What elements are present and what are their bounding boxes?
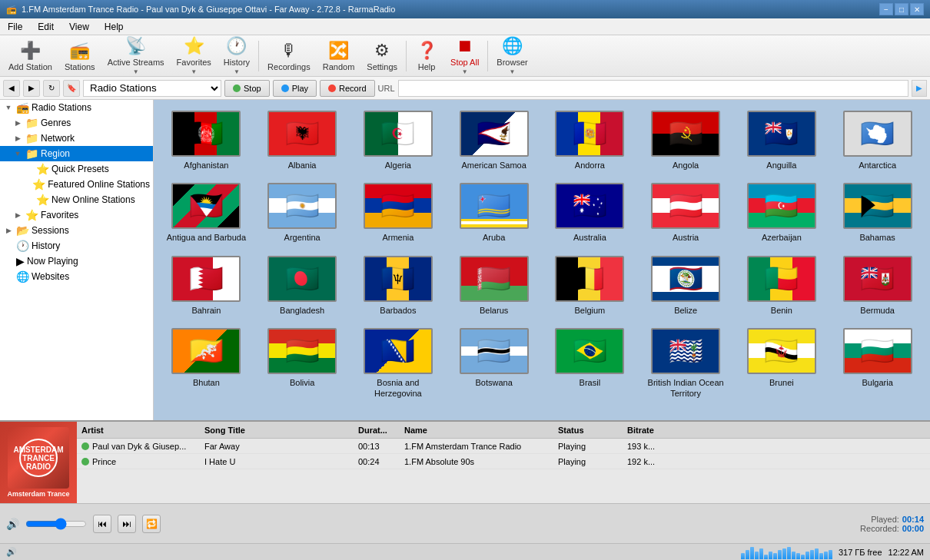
close-button[interactable]: ✕ (910, 3, 924, 15)
col-header-status: Status (553, 424, 623, 436)
sidebar-item-featured-online[interactable]: ⭐ Featured Online Stations (0, 177, 153, 192)
history-button[interactable]: 🕐 History ▼ (218, 38, 255, 75)
flag-image: 🇦🇩 (555, 111, 624, 157)
flag-image: 🇧🇲 (843, 256, 912, 302)
flag-label: Bosnia and Herzegovina (355, 377, 442, 399)
settings-button[interactable]: ⚙ Settings (361, 38, 403, 75)
flag-item-benin[interactable]: 🇧🇯Benin (736, 251, 829, 320)
help-button[interactable]: ❓ Help (410, 38, 443, 75)
play-button[interactable]: Play (273, 80, 317, 97)
add-station-button[interactable]: ➕ Add Station (3, 38, 58, 75)
flag-item-albania[interactable]: 🇦🇱Albania (256, 106, 349, 175)
flag-item-bulgaria[interactable]: 🇧🇬Bulgaria (831, 323, 924, 404)
col-header-artist: Artist (77, 424, 200, 436)
flag-label: Afghanistan (184, 160, 228, 171)
bookmark-button[interactable]: 🔖 (63, 80, 80, 97)
stations-button[interactable]: 📻 Stations (59, 38, 101, 75)
menu-file[interactable]: File (3, 20, 27, 34)
flag-item-azerbaijan[interactable]: 🇦🇿Azerbaijan (736, 178, 829, 247)
flag-item-afghanistan[interactable]: 🇦🇫Afghanistan (160, 106, 253, 175)
flag-item-andorra[interactable]: 🇦🇩Andorra (543, 106, 636, 175)
player-controls: 🔊 ⏮ ⏭ 🔁 Played: 00:14 Recorded: 00:00 (0, 503, 930, 543)
flag-item-bangladesh[interactable]: 🇧🇩Bangladesh (256, 251, 349, 320)
flag-item-australia[interactable]: 🇦🇺Australia (543, 178, 636, 247)
sidebar-item-sessions[interactable]: ▶ 📂 Sessions (0, 223, 153, 238)
track-row[interactable]: PrinceI Hate U00:241.FM Absolute 90sPlay… (77, 454, 930, 469)
sidebar-item-radio-stations[interactable]: ▼ 📻 Radio Stations (0, 100, 153, 115)
stop-button[interactable]: Stop (224, 80, 270, 97)
now-playing-area: AMSTERDAMTRANCERADIO Amsterdam Trance Ar… (0, 422, 930, 503)
sidebar-item-region[interactable]: ▼ 📁 Region (0, 146, 153, 161)
sidebar-item-websites[interactable]: 🌐 Websites (0, 269, 153, 284)
next-button[interactable]: ⏭ (118, 515, 136, 533)
repeat-button[interactable]: 🔁 (142, 515, 161, 533)
title-text: 1.FM Amsterdam Trance Radio - Paul van D… (22, 5, 395, 14)
flag-item-british-indian-ocean-territory[interactable]: 🇮🇴British Indian Ocean Territory (639, 323, 732, 404)
flag-item-barbados[interactable]: 🇧🇧Barbados (352, 251, 445, 320)
sidebar-item-quick-presets[interactable]: ⭐ Quick Presets (0, 161, 153, 177)
back-button[interactable]: ◀ (3, 80, 20, 97)
flag-item-austria[interactable]: 🇦🇹Austria (639, 178, 732, 247)
flag-item-argentina[interactable]: 🇦🇷Argentina (256, 178, 349, 247)
flag-item-american-samoa[interactable]: 🇦🇸American Samoa (447, 106, 540, 175)
volume-slider[interactable] (25, 518, 87, 530)
flag-item-bermuda[interactable]: 🇧🇲Bermuda (831, 251, 924, 320)
flag-image: 🇧🇼 (460, 328, 529, 374)
active-streams-button[interactable]: 📡 Active Streams ▼ (102, 38, 170, 75)
go-button[interactable]: ▶ (912, 80, 927, 97)
flag-image: 🇦🇺 (555, 183, 624, 229)
sidebar-item-favorites[interactable]: ▶ ⭐ Favorites (0, 207, 153, 223)
maximize-button[interactable]: □ (895, 3, 908, 15)
flag-item-anguilla[interactable]: 🇦🇮Anguilla (736, 106, 829, 175)
forward-button[interactable]: ▶ (23, 80, 40, 97)
prev-button[interactable]: ⏮ (93, 515, 111, 533)
flag-item-antigua-and-barbuda[interactable]: 🇦🇬Antigua and Barbuda (160, 178, 253, 247)
flag-item-bahrain[interactable]: 🇧🇭Bahrain (160, 251, 253, 320)
track-artist: Paul van Dyk & Giusep... (77, 440, 200, 452)
flag-item-brasil[interactable]: 🇧🇷Brasil (543, 323, 636, 404)
vis-bar (782, 548, 786, 559)
track-list-header: Artist Song Title Durat... Name Status B… (77, 422, 930, 439)
stop-all-button[interactable]: ⏹ Stop All ▼ (445, 38, 484, 75)
flag-item-belize[interactable]: 🇧🇿Belize (639, 251, 732, 320)
flag-item-angola[interactable]: 🇦🇴Angola (639, 106, 732, 175)
address-combo[interactable]: Radio Stations (83, 80, 221, 97)
sidebar-item-genres[interactable]: ▶ 📁 Genres (0, 115, 153, 131)
recordings-button[interactable]: 🎙 Recordings (262, 38, 316, 75)
menu-help[interactable]: Help (100, 20, 128, 34)
flag-item-brunei[interactable]: 🇧🇳Brunei (736, 323, 829, 404)
random-button[interactable]: 🔀 Random (317, 38, 360, 75)
flag-item-bhutan[interactable]: 🇧🇹Bhutan (160, 323, 253, 404)
flag-item-antarctica[interactable]: 🇦🇶Antarctica (831, 106, 924, 175)
menu-edit[interactable]: Edit (33, 20, 58, 34)
url-input[interactable] (398, 80, 908, 97)
bottom-panel: AMSTERDAMTRANCERADIO Amsterdam Trance Ar… (0, 420, 930, 543)
flag-label: Bolivia (290, 377, 314, 388)
flag-item-bosnia-and-herzegovina[interactable]: 🇧🇦Bosnia and Herzegovina (352, 323, 445, 404)
flag-item-belarus[interactable]: 🇧🇾Belarus (447, 251, 540, 320)
flag-item-bahamas[interactable]: 🇧🇸Bahamas (831, 178, 924, 247)
flag-item-botswana[interactable]: 🇧🇼Botswana (447, 323, 540, 404)
record-button[interactable]: Record (320, 80, 374, 97)
flag-label: Bahrain (191, 305, 221, 316)
favorites-button[interactable]: ⭐ Favorites ▼ (171, 38, 217, 75)
sidebar-item-history[interactable]: 🕐 History (0, 238, 153, 253)
browser-button[interactable]: 🌐 Browser ▼ (491, 38, 533, 75)
track-row[interactable]: Paul van Dyk & Giusep...Far Away00:131.F… (77, 439, 930, 454)
volume-icon[interactable]: 🔊 (6, 518, 19, 530)
menu-view[interactable]: View (65, 20, 94, 34)
flag-item-bolivia[interactable]: 🇧🇴Bolivia (256, 323, 349, 404)
minimize-button[interactable]: − (879, 3, 893, 15)
flag-item-aruba[interactable]: 🇦🇼Aruba (447, 178, 540, 247)
flag-item-algeria[interactable]: 🇩🇿Algeria (352, 106, 445, 175)
flag-item-armenia[interactable]: 🇦🇲Armenia (352, 178, 445, 247)
flag-label: Antarctica (859, 160, 896, 171)
flag-label: Benin (771, 305, 792, 316)
disk-info: 317 ГБ free (839, 548, 882, 557)
sidebar-item-new-online[interactable]: ⭐ New Online Stations (0, 192, 153, 207)
flag-item-belgium[interactable]: 🇧🇪Belgium (543, 251, 636, 320)
sidebar-item-now-playing[interactable]: ▶ Now Playing (0, 253, 153, 269)
sidebar-item-network[interactable]: ▶ 📁 Network (0, 131, 153, 146)
vis-bar (787, 547, 791, 559)
refresh-button[interactable]: ↻ (43, 80, 60, 97)
